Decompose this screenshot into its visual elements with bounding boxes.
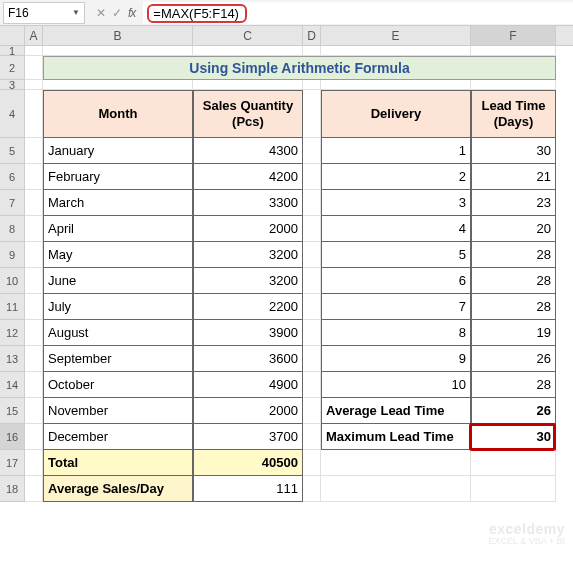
cell[interactable]: [25, 190, 43, 216]
accept-icon[interactable]: ✓: [112, 6, 122, 20]
cell[interactable]: [25, 372, 43, 398]
cell[interactable]: [25, 268, 43, 294]
row-header[interactable]: 1: [0, 46, 25, 56]
header-month[interactable]: Month: [43, 90, 193, 138]
row-header[interactable]: 16: [0, 424, 25, 450]
chevron-down-icon[interactable]: ▼: [72, 8, 80, 17]
cell[interactable]: [303, 346, 321, 372]
cell[interactable]: [303, 294, 321, 320]
cell[interactable]: [303, 398, 321, 424]
cell[interactable]: [193, 80, 303, 90]
row-header[interactable]: 8: [0, 216, 25, 242]
cell[interactable]: [25, 320, 43, 346]
month-cell[interactable]: February: [43, 164, 193, 190]
lead-cell[interactable]: 28: [471, 294, 556, 320]
month-cell[interactable]: November: [43, 398, 193, 424]
qty-cell[interactable]: 4300: [193, 138, 303, 164]
row-header[interactable]: 13: [0, 346, 25, 372]
delivery-cell[interactable]: 1: [321, 138, 471, 164]
delivery-cell[interactable]: 7: [321, 294, 471, 320]
total-value[interactable]: 40500: [193, 450, 303, 476]
month-cell[interactable]: April: [43, 216, 193, 242]
cell[interactable]: [321, 80, 471, 90]
lead-cell[interactable]: 30: [471, 138, 556, 164]
row-header[interactable]: 9: [0, 242, 25, 268]
lead-cell[interactable]: 20: [471, 216, 556, 242]
cell[interactable]: [321, 476, 471, 502]
avg-lead-label[interactable]: Average Lead Time: [321, 398, 471, 424]
row-header[interactable]: 6: [0, 164, 25, 190]
row-header[interactable]: 14: [0, 372, 25, 398]
delivery-cell[interactable]: 10: [321, 372, 471, 398]
lead-cell[interactable]: 28: [471, 372, 556, 398]
row-header[interactable]: 10: [0, 268, 25, 294]
cell[interactable]: [25, 80, 43, 90]
col-header-f[interactable]: F: [471, 26, 556, 45]
row-header[interactable]: 11: [0, 294, 25, 320]
cell[interactable]: [25, 216, 43, 242]
name-box[interactable]: F16 ▼: [3, 2, 85, 24]
lead-cell[interactable]: 26: [471, 346, 556, 372]
month-cell[interactable]: August: [43, 320, 193, 346]
delivery-cell[interactable]: 4: [321, 216, 471, 242]
qty-cell[interactable]: 3900: [193, 320, 303, 346]
cell[interactable]: [25, 450, 43, 476]
max-lead-value[interactable]: 30: [471, 424, 556, 450]
cell[interactable]: [471, 450, 556, 476]
cell[interactable]: [303, 90, 321, 138]
cell[interactable]: [25, 46, 43, 56]
lead-cell[interactable]: 28: [471, 268, 556, 294]
cell[interactable]: [25, 476, 43, 502]
delivery-cell[interactable]: 3: [321, 190, 471, 216]
row-header[interactable]: 3: [0, 80, 25, 90]
cell[interactable]: [303, 164, 321, 190]
row-header[interactable]: 4: [0, 90, 25, 138]
month-cell[interactable]: September: [43, 346, 193, 372]
cell[interactable]: [321, 46, 471, 56]
lead-cell[interactable]: 21: [471, 164, 556, 190]
formula-bar[interactable]: =MAX(F5:F14): [143, 2, 573, 24]
header-lead[interactable]: Lead Time (Days): [471, 90, 556, 138]
delivery-cell[interactable]: 5: [321, 242, 471, 268]
delivery-cell[interactable]: 6: [321, 268, 471, 294]
title-cell[interactable]: Using Simple Arithmetic Formula: [43, 56, 556, 80]
cell[interactable]: [303, 216, 321, 242]
month-cell[interactable]: May: [43, 242, 193, 268]
qty-cell[interactable]: 3200: [193, 242, 303, 268]
row-header[interactable]: 7: [0, 190, 25, 216]
cell[interactable]: [193, 46, 303, 56]
qty-cell[interactable]: 2000: [193, 216, 303, 242]
cell[interactable]: [25, 242, 43, 268]
row-header[interactable]: 2: [0, 56, 25, 80]
cell[interactable]: [303, 476, 321, 502]
lead-cell[interactable]: 23: [471, 190, 556, 216]
avg-lead-value[interactable]: 26: [471, 398, 556, 424]
cell[interactable]: [25, 424, 43, 450]
max-lead-label[interactable]: Maximum Lead Time: [321, 424, 471, 450]
col-header-e[interactable]: E: [321, 26, 471, 45]
cell[interactable]: [303, 320, 321, 346]
cell[interactable]: [471, 476, 556, 502]
month-cell[interactable]: July: [43, 294, 193, 320]
qty-cell[interactable]: 3300: [193, 190, 303, 216]
cell[interactable]: [303, 80, 321, 90]
cell[interactable]: [303, 190, 321, 216]
fx-icon[interactable]: fx: [128, 6, 135, 20]
cell[interactable]: [471, 46, 556, 56]
col-header-c[interactable]: C: [193, 26, 303, 45]
cell[interactable]: [303, 424, 321, 450]
cell[interactable]: [303, 268, 321, 294]
month-cell[interactable]: October: [43, 372, 193, 398]
qty-cell[interactable]: 3700: [193, 424, 303, 450]
delivery-cell[interactable]: 8: [321, 320, 471, 346]
qty-cell[interactable]: 4900: [193, 372, 303, 398]
cell[interactable]: [303, 138, 321, 164]
header-delivery[interactable]: Delivery: [321, 90, 471, 138]
cell[interactable]: [303, 372, 321, 398]
cell[interactable]: [43, 46, 193, 56]
cell[interactable]: [25, 346, 43, 372]
month-cell[interactable]: December: [43, 424, 193, 450]
avg-label[interactable]: Average Sales/Day: [43, 476, 193, 502]
month-cell[interactable]: March: [43, 190, 193, 216]
qty-cell[interactable]: 2000: [193, 398, 303, 424]
